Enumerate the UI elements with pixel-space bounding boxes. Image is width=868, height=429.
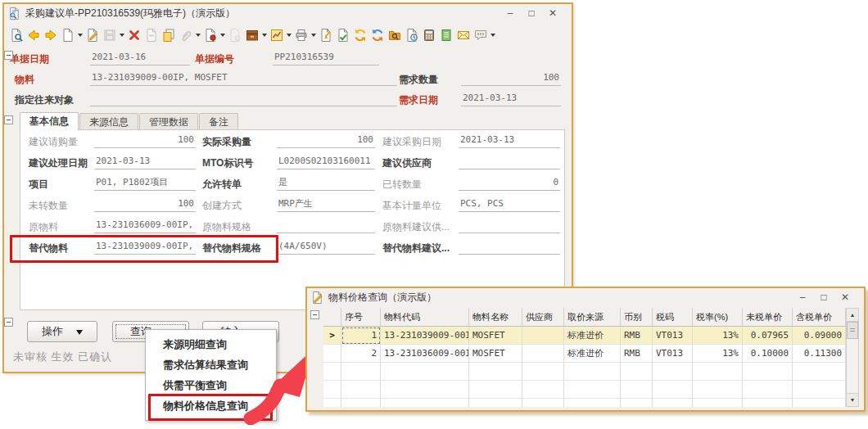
grid-cell[interactable]: 标准进价: [564, 327, 621, 345]
info-field[interactable]: PCS, PCS: [459, 196, 560, 212]
message-icon[interactable]: [472, 26, 489, 43]
dropdown-arrow-icon[interactable]: [489, 26, 496, 43]
scroll-up-icon[interactable]: ▲: [847, 309, 858, 322]
save-icon[interactable]: [101, 26, 118, 43]
grid-cell[interactable]: [522, 327, 564, 345]
new-icon[interactable]: [59, 26, 76, 43]
grid-cell[interactable]: [693, 399, 743, 407]
grid-cell[interactable]: MOSFET: [469, 327, 522, 345]
grid-cell[interactable]: [653, 363, 693, 381]
grid-cell[interactable]: 0.11300: [793, 345, 846, 363]
grid-cell[interactable]: [564, 363, 621, 381]
grid-header-cell[interactable]: 含税单价: [793, 308, 846, 327]
grid-cell[interactable]: [381, 399, 469, 407]
grid-cell[interactable]: [621, 399, 653, 407]
action-button[interactable]: 操作: [27, 321, 97, 342]
note-icon[interactable]: [437, 26, 454, 43]
grid-cell[interactable]: [522, 399, 564, 407]
grid-cell[interactable]: 13%: [693, 327, 743, 345]
collapse-footer-icon[interactable]: [4, 318, 13, 327]
calculator-icon[interactable]: [420, 26, 437, 43]
maximize-button[interactable]: □: [521, 6, 542, 20]
grid-cell[interactable]: [381, 381, 469, 399]
grid-cell[interactable]: 13%: [693, 345, 743, 363]
grid-cell[interactable]: [621, 363, 653, 381]
workflow-icon[interactable]: [368, 26, 386, 43]
forward-icon[interactable]: [42, 26, 59, 43]
grid-cell[interactable]: [653, 399, 693, 407]
close-button[interactable]: ✕: [542, 6, 563, 20]
grid-cell[interactable]: [564, 381, 621, 399]
grid-cell[interactable]: 0.10000: [743, 345, 793, 363]
info-field[interactable]: 2021-03-13: [94, 154, 196, 169]
archive-icon[interactable]: [243, 26, 260, 43]
vertical-scrollbar[interactable]: ▲ ▼: [846, 308, 859, 407]
grid-header-cell[interactable]: 供应商: [522, 308, 564, 327]
info-field[interactable]: P01, P1802项目: [94, 175, 196, 191]
grid-cell[interactable]: 1: [341, 327, 381, 345]
grid-cell[interactable]: [341, 381, 381, 399]
grid-cell[interactable]: MOSFET: [469, 345, 522, 363]
info-field[interactable]: 100: [94, 196, 196, 212]
info-field[interactable]: [459, 154, 560, 169]
grid-header-cell[interactable]: 税率(%): [693, 308, 743, 327]
grid-cell[interactable]: [743, 381, 793, 399]
grid-cell[interactable]: [522, 345, 564, 363]
bill-date-field[interactable]: 2021-03-16: [90, 50, 190, 65]
grid-cell[interactable]: 0.09000: [793, 327, 846, 345]
info-field[interactable]: [459, 218, 560, 233]
mail-icon[interactable]: [454, 26, 472, 43]
grid-header-cell[interactable]: 物料代码: [381, 308, 469, 327]
grid-cell[interactable]: [653, 381, 693, 399]
folder-search-icon[interactable]: [386, 26, 403, 43]
attachment-icon[interactable]: [177, 26, 194, 43]
print-icon[interactable]: [292, 26, 310, 43]
copy-icon[interactable]: [160, 26, 177, 43]
grid-header-cell[interactable]: 物料名称: [469, 308, 522, 327]
dropdown-arrow-icon[interactable]: [76, 26, 84, 43]
grid-cell[interactable]: VT013: [653, 345, 693, 363]
dropdown-arrow-icon[interactable]: [260, 26, 268, 43]
material-field[interactable]: 13-231039009-00IP, MOSFET: [90, 70, 397, 86]
grid-cell[interactable]: 13-231039009-00IP: [381, 327, 469, 345]
info-field[interactable]: MRP产生: [277, 196, 375, 212]
grid-cell[interactable]: [341, 399, 381, 407]
preview-icon[interactable]: [7, 26, 25, 43]
demand-date-field[interactable]: 2021-03-13: [461, 91, 561, 106]
chart-icon[interactable]: [268, 26, 285, 43]
collapse-grid-icon[interactable]: [310, 310, 319, 319]
grid-header-cell[interactable]: 税码: [653, 308, 693, 327]
history-icon[interactable]: [403, 26, 420, 43]
grid-cell[interactable]: [522, 363, 564, 381]
collapse-tabs-icon[interactable]: [4, 115, 13, 124]
info-field[interactable]: [459, 239, 560, 255]
back-icon[interactable]: [25, 26, 42, 43]
table-row[interactable]: 213-231036009-00IPMOSFET标准进价RMBVT01313%0…: [323, 345, 859, 363]
grid-cell[interactable]: [693, 381, 743, 399]
info-field[interactable]: L0200S02103160011: [277, 154, 375, 169]
tab-1[interactable]: 来源信息: [79, 113, 138, 130]
tab-0[interactable]: 基本信息: [20, 112, 79, 130]
maximize-button[interactable]: □: [813, 290, 834, 305]
row-selector-cell[interactable]: [323, 381, 341, 399]
info-field[interactable]: 0: [459, 175, 560, 191]
grid-cell[interactable]: [693, 363, 743, 381]
pull-icon[interactable]: [334, 26, 351, 43]
info-field[interactable]: 13-231036009-00IP,: [94, 218, 196, 233]
grid-cell[interactable]: RMB: [621, 327, 653, 345]
row-selector-cell[interactable]: [323, 399, 341, 407]
refresh-icon[interactable]: [351, 26, 368, 43]
grid-cell[interactable]: RMB: [621, 345, 653, 363]
info-field[interactable]: 100: [94, 133, 196, 148]
info-field[interactable]: (4A/650V): [277, 239, 375, 255]
grid-cell[interactable]: [743, 399, 793, 407]
tab-2[interactable]: 管理数据: [139, 113, 198, 130]
scroll-down-icon[interactable]: ▼: [847, 393, 858, 406]
grid-cell[interactable]: [341, 363, 381, 381]
grid-header-cell[interactable]: 序号: [341, 308, 381, 327]
dropdown-arrow-icon[interactable]: [310, 26, 317, 43]
audit-icon[interactable]: [201, 26, 219, 43]
scrollbar-thumb[interactable]: [847, 322, 858, 339]
table-row[interactable]: >113-231039009-00IPMOSFET标准进价RMBVT01313%…: [323, 327, 859, 345]
grid-cell[interactable]: 2: [341, 345, 381, 363]
